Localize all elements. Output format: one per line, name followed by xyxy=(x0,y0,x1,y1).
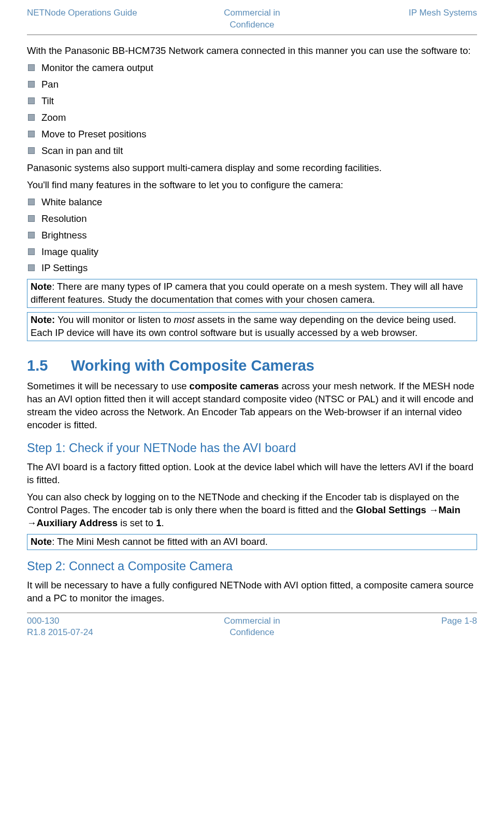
note-label: Note xyxy=(31,536,52,547)
list-item: Scan in pan and tilt xyxy=(27,145,477,158)
note-label: Note: xyxy=(31,314,55,325)
section-heading: 1.5Working with Composite Cameras xyxy=(27,356,477,376)
section-title: Working with Composite Cameras xyxy=(71,357,314,374)
note-label: Note xyxy=(31,281,52,292)
feature-list-2: White balance Resolution Brightness Imag… xyxy=(27,196,477,275)
note-text: : The Mini Mesh cannot be fitted with an… xyxy=(52,536,268,547)
multi-camera-paragraph: Panasonic systems also support multi-cam… xyxy=(27,162,477,175)
list-item: Monitor the camera output xyxy=(27,62,477,75)
arrow-icon: → xyxy=(429,504,439,515)
list-item: Image quality xyxy=(27,246,477,259)
arrow-icon: → xyxy=(27,517,37,528)
note-box-2: Note: You will monitor or listen to most… xyxy=(27,312,477,341)
list-item: IP Settings xyxy=(27,262,477,275)
note-text: : There are many types of IP camera that… xyxy=(31,281,463,305)
intro-paragraph: With the Panasonic BB-HCM735 Network cam… xyxy=(27,45,477,58)
header-right: IP Mesh Systems xyxy=(327,7,477,19)
page-footer: 000-130 R1.8 2015-07-24 Commercial in Co… xyxy=(27,612,477,639)
page-header: NETNode Operations Guide Commercial in C… xyxy=(27,7,477,35)
list-item: Pan xyxy=(27,78,477,91)
feature-list-1: Monitor the camera output Pan Tilt Zoom … xyxy=(27,62,477,158)
note-box-1: Note: There are many types of IP camera … xyxy=(27,279,477,308)
section-intro: Sometimes it will be necessary to use co… xyxy=(27,380,477,432)
list-item: White balance xyxy=(27,196,477,209)
list-item: Brightness xyxy=(27,229,477,242)
step-1-p2: You can also check by logging on to the … xyxy=(27,491,477,530)
section-number: 1.5 xyxy=(27,356,71,376)
features-paragraph: You'll find many features in the softwar… xyxy=(27,179,477,192)
list-item: Tilt xyxy=(27,95,477,108)
list-item: Move to Preset positions xyxy=(27,128,477,141)
step-2-p1: It will be necessary to have a fully con… xyxy=(27,579,477,605)
step-2-heading: Step 2: Connect a Composite Camera xyxy=(27,558,477,575)
emphasis: most xyxy=(174,314,195,325)
step-1-p1: The AVI board is a factory fitted option… xyxy=(27,461,477,487)
footer-center: Commercial in Confidence xyxy=(177,615,327,639)
header-center: Commercial in Confidence xyxy=(177,7,327,31)
header-left: NETNode Operations Guide xyxy=(27,7,177,19)
step-1-heading: Step 1: Check if your NETNode has the AV… xyxy=(27,440,477,457)
list-item: Zoom xyxy=(27,111,477,124)
footer-right: Page 1-8 xyxy=(327,615,477,627)
footer-left: 000-130 R1.8 2015-07-24 xyxy=(27,615,177,639)
note-box-3: Note: The Mini Mesh cannot be fitted wit… xyxy=(27,534,477,550)
list-item: Resolution xyxy=(27,213,477,226)
